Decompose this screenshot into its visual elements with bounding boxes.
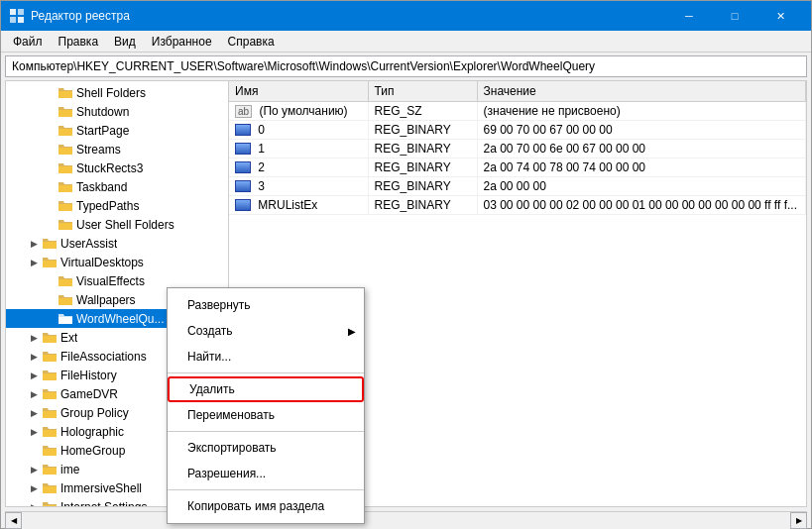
scroll-right-btn[interactable]: ▶ [790, 512, 807, 529]
folder-icon [58, 274, 73, 288]
tree-label: Shutdown [76, 105, 129, 119]
tree-item-userassist[interactable]: ▶ UserAssist [6, 234, 228, 253]
reg-value: 03 00 00 00 00 02 00 00 00 01 00 00 00 0… [477, 195, 806, 214]
table-row[interactable]: 0 REG_BINARY 69 00 70 00 67 00 00 00 [229, 120, 806, 139]
scroll-track[interactable] [22, 512, 790, 529]
expand-arrow[interactable]: ▶ [26, 255, 42, 270]
expand-arrow [42, 142, 58, 158]
tree-label: FileAssociations [60, 350, 147, 364]
table-row[interactable]: 3 REG_BINARY 2a 00 00 00 [229, 176, 806, 195]
tree-label: WordWheelQu... [76, 312, 164, 326]
tree-item-stuckrects3[interactable]: StuckRects3 [6, 159, 228, 177]
expand-arrow[interactable]: ▶ [26, 462, 42, 477]
expand-arrow [42, 104, 58, 120]
expand-arrow [42, 160, 58, 176]
submenu-arrow-icon: ▶ [348, 326, 356, 337]
context-menu-divider-2 [168, 431, 364, 432]
tree-item-user-shell-folders[interactable]: User Shell Folders [6, 215, 228, 234]
expand-arrow[interactable]: ▶ [26, 405, 42, 421]
folder-icon [42, 256, 58, 269]
folder-icon [58, 86, 73, 100]
ctx-export[interactable]: Экспортировать [168, 435, 364, 461]
reg-type: REG_BINARY [368, 158, 477, 176]
tree-label: TypedPaths [76, 199, 139, 213]
expand-arrow[interactable]: ▶ [26, 368, 42, 383]
col-header-name: Имя [229, 81, 368, 101]
horizontal-scrollbar[interactable]: ◀ ▶ [5, 511, 807, 528]
ctx-permissions[interactable]: Разрешения... [168, 461, 364, 486]
folder-icon [58, 218, 73, 232]
expand-arrow [42, 85, 58, 101]
table-row[interactable]: 1 REG_BINARY 2a 00 70 00 6e 00 67 00 00 … [229, 139, 806, 158]
close-button[interactable]: ✕ [757, 1, 803, 31]
reg-type: REG_BINARY [368, 139, 477, 158]
reg-name: ab (По умолчанию) [229, 101, 368, 120]
tree-item-shutdown[interactable]: Shutdown [6, 102, 228, 121]
reg-value: (значение не присвоено) [477, 101, 806, 120]
menu-edit[interactable]: Правка [51, 33, 107, 51]
ctx-rename[interactable]: Переименовать [168, 402, 364, 428]
tree-label: StuckRects3 [76, 161, 143, 175]
address-bar[interactable]: Компьютер\HKEY_CURRENT_USER\Software\Mic… [5, 55, 807, 77]
minimize-button[interactable]: ─ [666, 1, 712, 31]
ctx-expand[interactable]: Развернуть [168, 292, 364, 318]
menu-view[interactable]: Вид [106, 33, 144, 51]
expand-arrow[interactable]: ▶ [26, 236, 42, 252]
menu-help[interactable]: Справка [220, 33, 283, 51]
folder-icon [42, 237, 58, 251]
expand-arrow[interactable]: ▶ [26, 330, 42, 346]
window-controls: ─ □ ✕ [666, 1, 803, 31]
col-header-type: Тип [368, 81, 477, 101]
tree-label: ime [60, 463, 79, 476]
reg-type: REG_SZ [368, 101, 477, 120]
maximize-button[interactable]: □ [712, 1, 757, 31]
expand-arrow[interactable]: ▶ [26, 480, 42, 496]
tree-label: StartPage [76, 124, 129, 138]
ctx-delete[interactable]: Удалить [168, 376, 364, 402]
scroll-left-btn[interactable]: ◀ [5, 512, 22, 529]
tree-item-taskband[interactable]: Taskband [6, 177, 228, 196]
tree-item-typedpaths[interactable]: TypedPaths [6, 196, 228, 215]
folder-icon [58, 124, 73, 138]
tree-label: Shell Folders [76, 86, 146, 100]
context-menu-divider-3 [168, 489, 364, 490]
expand-arrow[interactable]: ▶ [26, 424, 42, 440]
tree-label: HomeGroup [60, 444, 125, 458]
tree-label: GameDVR [60, 387, 118, 401]
expand-arrow[interactable]: ▶ [26, 349, 42, 365]
menu-favorites[interactable]: Избранное [144, 33, 220, 51]
reg-value: 69 00 70 00 67 00 00 00 [477, 120, 806, 139]
tree-item-streams[interactable]: Streams [6, 140, 228, 159]
table-row[interactable]: 2 REG_BINARY 2a 00 74 00 78 00 74 00 00 … [229, 158, 806, 176]
folder-icon [58, 161, 73, 175]
title-bar: Редактор реестра ─ □ ✕ [1, 1, 811, 31]
tree-label: VirtualDesktops [60, 256, 144, 269]
tree-item-virtualdesktops[interactable]: ▶ VirtualDesktops [6, 253, 228, 271]
expand-arrow [42, 311, 58, 327]
tree-label: Holographic [60, 425, 124, 439]
menu-file[interactable]: Файл [5, 33, 51, 51]
table-row[interactable]: ab (По умолчанию) REG_SZ (значение не пр… [229, 101, 806, 120]
menu-bar: Файл Правка Вид Избранное Справка [1, 31, 811, 53]
ctx-copy-name[interactable]: Копировать имя раздела [168, 493, 364, 519]
folder-icon [42, 331, 58, 345]
reg-type: REG_BINARY [368, 195, 477, 214]
app-icon [9, 8, 25, 24]
svg-rect-2 [10, 17, 16, 23]
expand-arrow[interactable]: ▶ [26, 499, 42, 507]
folder-icon [42, 463, 58, 476]
tree-item-shell-folders[interactable]: Shell Folders [6, 83, 228, 102]
ctx-create[interactable]: Создать ▶ [168, 318, 364, 344]
registry-table: Имя Тип Значение ab (По умолчанию) REG_S… [229, 81, 806, 215]
reg-type: REG_BINARY [368, 120, 477, 139]
tree-item-startpage[interactable]: StartPage [6, 121, 228, 140]
folder-icon [58, 293, 73, 307]
tree-label: User Shell Folders [76, 218, 174, 232]
expand-arrow[interactable]: ▶ [26, 386, 42, 402]
ctx-find[interactable]: Найти... [168, 344, 364, 370]
table-row[interactable]: MRUListEx REG_BINARY 03 00 00 00 00 02 0… [229, 195, 806, 214]
tree-label: Taskband [76, 180, 127, 194]
tree-label: Wallpapers [76, 293, 136, 307]
col-header-value: Значение [477, 81, 806, 101]
tree-label: Group Policy [60, 406, 129, 420]
